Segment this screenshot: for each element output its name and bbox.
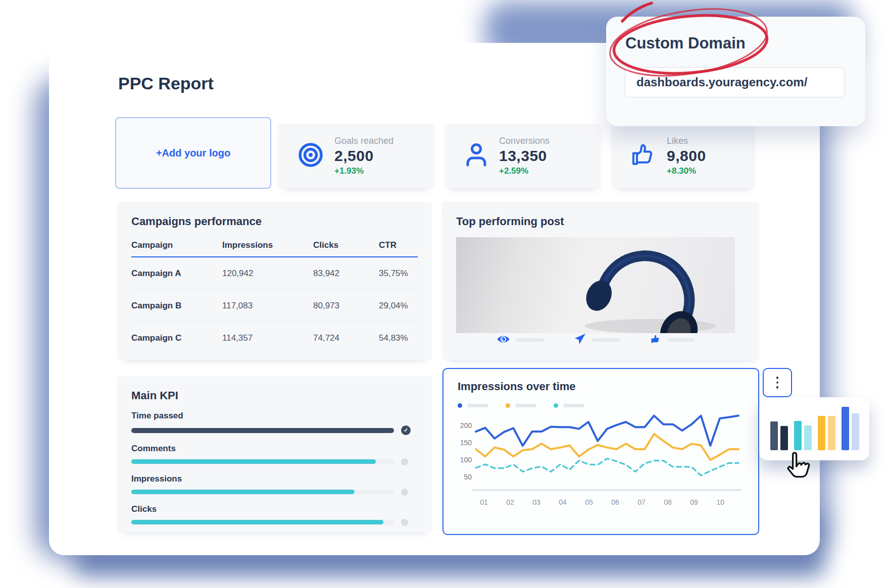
stat-delta: +2.59% xyxy=(499,166,550,176)
mini-bar-chart-widget[interactable] xyxy=(759,397,869,460)
mini-bar xyxy=(804,425,812,450)
stat-value: 9,800 xyxy=(667,147,706,165)
chart-line-series-yellow xyxy=(476,434,738,460)
target-icon xyxy=(297,141,324,171)
legend-placeholder-bar xyxy=(467,404,488,407)
legend-item-series-blue[interactable] xyxy=(458,403,488,408)
kpi-row: Comments xyxy=(131,444,418,465)
kpi-label: Time passed xyxy=(131,411,418,421)
svg-text:01: 01 xyxy=(480,498,488,506)
campaigns-title: Campaigns performance xyxy=(131,215,418,228)
campaigns-performance-panel: Campaigns performance Campaign Impressio… xyxy=(117,202,432,360)
legend-placeholder-bar xyxy=(515,404,536,407)
shares-metric xyxy=(574,333,620,347)
svg-text:04: 04 xyxy=(559,498,567,506)
campaigns-table-header: Campaign Impressions Clicks CTR xyxy=(131,240,418,257)
thumbs-up-icon xyxy=(630,142,657,170)
stat-value: 2,500 xyxy=(334,147,393,165)
stat-label: Likes xyxy=(667,136,706,146)
hand-cursor-icon xyxy=(780,451,813,488)
kpi-progress-bar xyxy=(131,490,394,495)
svg-text:02: 02 xyxy=(506,498,514,506)
svg-text:03: 03 xyxy=(532,498,540,506)
metric-bar xyxy=(592,338,620,342)
mini-bar xyxy=(842,407,849,450)
person-icon xyxy=(464,142,489,170)
svg-text:05: 05 xyxy=(585,498,593,506)
kebab-dot xyxy=(776,386,779,389)
top-post-title: Top performing post xyxy=(456,215,745,228)
custom-domain-input[interactable] xyxy=(625,67,845,97)
svg-text:100: 100 xyxy=(460,456,472,464)
svg-text:08: 08 xyxy=(664,498,672,506)
impressions-line-chart: 2001501005001020304050607080910 xyxy=(458,408,746,514)
col-impressions: Impressions xyxy=(222,240,313,250)
svg-text:150: 150 xyxy=(460,439,472,447)
kpi-progress-bar xyxy=(131,428,394,433)
page-title: PPC Report xyxy=(118,74,214,93)
stat-card-goals: Goals reached 2,500 +1.93% xyxy=(278,124,434,188)
add-logo-button[interactable]: +Add your logo xyxy=(115,117,271,189)
post-metrics-row xyxy=(456,333,735,347)
kebab-dot xyxy=(776,377,779,379)
svg-text:50: 50 xyxy=(464,473,472,481)
svg-text:10: 10 xyxy=(716,498,724,506)
eye-icon xyxy=(497,334,510,346)
mini-bar xyxy=(828,416,835,450)
table-row: Campaign A 120,942 83,942 35,75% xyxy=(131,257,418,290)
kpi-progress-bar xyxy=(131,520,394,525)
add-logo-label: +Add your logo xyxy=(156,147,230,159)
table-row: Campaign B 117,083 80,973 29,04% xyxy=(131,290,418,322)
post-image-headphones xyxy=(456,237,735,333)
mini-bar xyxy=(818,416,825,450)
stat-value: 13,350 xyxy=(499,147,550,165)
svg-text:06: 06 xyxy=(611,498,619,506)
legend-item-series-teal[interactable] xyxy=(554,403,584,408)
likes-metric xyxy=(650,334,695,347)
campaigns-table: Campaign Impressions Clicks CTR Campaign… xyxy=(131,240,418,354)
stat-card-likes: Likes 9,800 +8.30% xyxy=(611,124,755,188)
kebab-dot xyxy=(776,382,779,384)
progress-dot xyxy=(401,489,408,496)
kpi-label: Comments xyxy=(131,444,418,454)
metric-bar xyxy=(667,338,695,342)
share-arrow-icon xyxy=(574,333,586,347)
stat-label: Goals reached xyxy=(334,136,393,146)
col-clicks: Clicks xyxy=(313,240,379,250)
kpi-label: Impressions xyxy=(131,474,418,484)
progress-dot xyxy=(401,458,408,465)
chart-line-series-blue xyxy=(476,416,738,446)
check-icon: ✓ xyxy=(401,425,411,435)
thumbs-up-icon xyxy=(650,334,661,347)
mini-bar xyxy=(852,413,859,450)
progress-dot xyxy=(401,519,408,526)
impressions-chart-title: Impressions over time xyxy=(458,380,744,393)
legend-placeholder-bar xyxy=(563,404,584,407)
custom-domain-title: Custom Domain xyxy=(625,34,746,52)
stat-card-conversions: Conversions 13,350 +2.59% xyxy=(444,124,601,188)
views-metric xyxy=(497,334,544,346)
svg-text:07: 07 xyxy=(637,498,646,506)
impressions-chart-card: Impressions over time 200150100500102030… xyxy=(442,368,759,535)
stat-delta: +8.30% xyxy=(667,166,706,176)
svg-text:200: 200 xyxy=(460,421,472,430)
kpi-progress-bar xyxy=(131,459,394,464)
stat-label: Conversions xyxy=(499,136,550,146)
kebab-menu-button[interactable] xyxy=(763,368,792,397)
stat-delta: +1.93% xyxy=(334,166,393,176)
table-row: Campaign C 114,357 74,724 54,83% xyxy=(131,322,418,354)
chart-line-series-teal xyxy=(476,459,738,476)
col-ctr: CTR xyxy=(379,240,418,250)
kpi-row: Time passed✓ xyxy=(131,411,418,435)
col-campaign: Campaign xyxy=(131,240,222,250)
metric-bar xyxy=(516,338,544,342)
kpi-row: Clicks xyxy=(131,504,418,526)
chart-legend xyxy=(458,403,744,408)
svg-text:09: 09 xyxy=(690,498,698,506)
mini-bar xyxy=(794,421,802,450)
legend-item-series-yellow[interactable] xyxy=(506,403,536,408)
mini-bar xyxy=(770,421,778,450)
kpi-rows: Time passed✓CommentsImpressionsClicks xyxy=(131,411,418,526)
kpi-row: Impressions xyxy=(131,474,418,496)
main-kpi-panel: Main KPI Time passed✓CommentsImpressions… xyxy=(117,376,432,532)
